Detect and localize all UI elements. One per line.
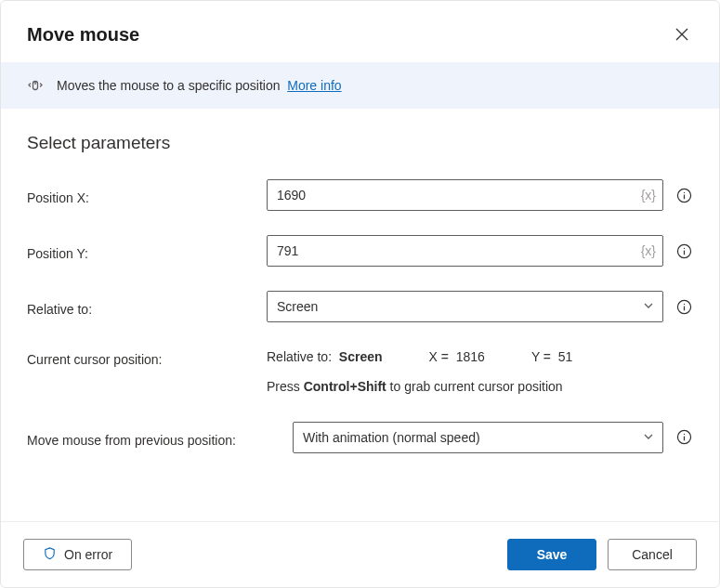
cursor-relative-value: Screen — [339, 349, 383, 364]
more-info-link[interactable]: More info — [287, 78, 341, 93]
position-x-label: Position X: — [27, 185, 267, 205]
cursor-y-label: Y = — [531, 349, 551, 364]
dialog-footer: On error Save Cancel — [1, 521, 719, 587]
svg-point-9 — [683, 303, 684, 304]
relative-to-select[interactable] — [267, 291, 663, 322]
cursor-x-value: 1816 — [456, 349, 485, 364]
dialog-title: Move mouse — [27, 24, 139, 46]
on-error-label: On error — [64, 547, 112, 562]
cancel-button[interactable]: Cancel — [608, 539, 697, 570]
move-mouse-icon — [27, 77, 44, 94]
cursor-x-label: X = — [429, 349, 449, 364]
cursor-relative-label: Relative to: — [267, 349, 332, 364]
position-y-row: Position Y: {x} — [27, 235, 693, 267]
parameters-section: Select parameters Position X: {x} Positi… — [1, 109, 719, 521]
cursor-hint: Press Control+Shift to grab current curs… — [267, 376, 572, 397]
title-bar: Move mouse — [1, 1, 719, 62]
variable-picker-icon[interactable]: {x} — [641, 243, 656, 258]
position-x-row: Position X: {x} — [27, 179, 693, 211]
info-icon[interactable] — [674, 242, 693, 260]
move-mode-row: Move mouse from previous position: — [27, 422, 693, 453]
position-y-label: Position Y: — [27, 241, 267, 261]
close-icon — [675, 28, 688, 41]
banner-text: Moves the mouse to a specific position M… — [57, 78, 342, 93]
svg-point-12 — [683, 434, 684, 435]
info-banner: Moves the mouse to a specific position M… — [1, 62, 719, 109]
relative-to-label: Relative to: — [27, 296, 267, 317]
position-y-input[interactable] — [267, 235, 663, 267]
section-heading: Select parameters — [27, 133, 693, 153]
info-icon[interactable] — [674, 428, 693, 447]
current-cursor-row: Current cursor position: Relative to: Sc… — [27, 346, 693, 398]
svg-point-6 — [683, 247, 684, 248]
position-x-input[interactable] — [267, 179, 663, 211]
move-mode-label: Move mouse from previous position: — [27, 427, 293, 448]
current-cursor-info: Relative to: Screen X = 1816 Y = 51 Pres… — [267, 346, 572, 398]
variable-picker-icon[interactable]: {x} — [641, 188, 656, 203]
save-button[interactable]: Save — [507, 539, 596, 570]
current-cursor-label: Current cursor position: — [27, 346, 267, 367]
shield-icon — [43, 546, 57, 563]
info-icon[interactable] — [674, 186, 693, 204]
info-icon[interactable] — [674, 297, 693, 316]
move-mode-select[interactable] — [293, 422, 663, 453]
on-error-button[interactable]: On error — [23, 539, 132, 570]
cursor-y-value: 51 — [558, 349, 573, 364]
close-button[interactable] — [667, 20, 697, 49]
banner-desc: Moves the mouse to a specific position — [57, 78, 280, 93]
move-mouse-dialog: Move mouse Moves the mouse to a specific… — [0, 0, 720, 588]
relative-to-row: Relative to: — [27, 291, 693, 322]
svg-point-3 — [683, 191, 684, 192]
